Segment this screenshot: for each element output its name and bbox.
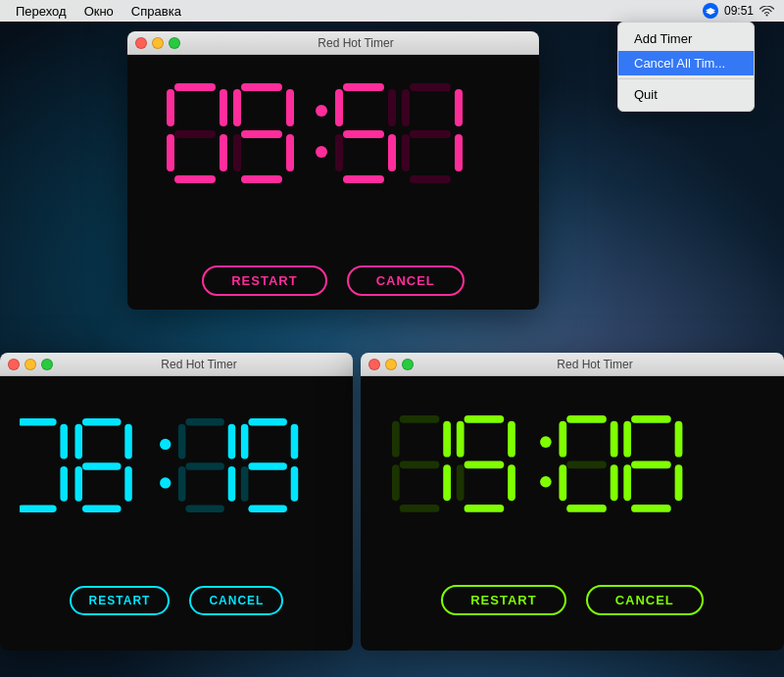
svg-rect-55 [178, 423, 186, 459]
svg-rect-84 [559, 464, 566, 501]
cyan-cancel-button[interactable]: CANCEL [189, 586, 283, 615]
svg-rect-43 [124, 466, 132, 502]
green-maximize-button[interactable] [402, 359, 414, 370]
svg-rect-26 [335, 89, 343, 126]
svg-rect-44 [82, 505, 122, 512]
svg-rect-85 [559, 421, 566, 458]
svg-rect-64 [400, 415, 440, 423]
svg-rect-29 [455, 89, 463, 126]
green-minimize-button[interactable] [385, 359, 397, 370]
svg-rect-28 [410, 83, 451, 91]
svg-rect-27 [343, 130, 384, 138]
svg-rect-7 [220, 89, 227, 126]
green-window-titlebar: Red Hot Timer [361, 353, 784, 376]
svg-rect-58 [291, 423, 299, 459]
svg-rect-62 [241, 423, 249, 459]
menubar-item-okno[interactable]: Окно [76, 2, 122, 21]
svg-rect-9 [174, 175, 216, 183]
svg-rect-46 [74, 423, 82, 459]
svg-rect-41 [82, 418, 122, 426]
svg-rect-67 [400, 505, 440, 512]
menubar: Переход Окно Справка 09:51 [0, 0, 784, 22]
svg-rect-66 [443, 464, 451, 501]
svg-rect-51 [228, 423, 236, 459]
main-timer-body: RESTART CANCEL [127, 55, 539, 310]
svg-rect-89 [675, 464, 683, 501]
svg-rect-76 [457, 421, 465, 458]
menubar-item-spravka[interactable]: Справка [123, 2, 189, 21]
svg-rect-45 [74, 466, 82, 502]
cyan-close-button[interactable] [8, 359, 20, 370]
svg-rect-17 [233, 89, 241, 126]
svg-rect-71 [465, 415, 505, 423]
svg-point-20 [316, 146, 327, 158]
main-clock-display [137, 52, 529, 258]
svg-rect-35 [20, 418, 57, 426]
svg-rect-83 [566, 505, 607, 512]
wifi-icon [760, 6, 774, 17]
green-close-button[interactable] [368, 359, 380, 370]
green-window-title: Red Hot Timer [414, 358, 776, 371]
svg-rect-87 [631, 415, 671, 423]
svg-point-49 [160, 477, 171, 488]
green-timer-body: RESTART CANCEL [361, 376, 784, 651]
dropdown-menu: Add Timer Cancel All Tim... Quit [617, 22, 755, 112]
svg-rect-23 [388, 134, 396, 171]
close-button[interactable] [135, 37, 147, 49]
svg-rect-57 [248, 418, 287, 426]
menubar-item-perekhod[interactable]: Переход [8, 2, 74, 21]
svg-point-79 [540, 476, 552, 488]
svg-rect-52 [228, 466, 236, 502]
green-clock-svg [386, 413, 759, 565]
svg-rect-30 [455, 134, 463, 171]
svg-rect-81 [611, 421, 618, 458]
svg-rect-70 [400, 460, 440, 468]
svg-rect-5 [174, 130, 216, 138]
svg-rect-31 [410, 175, 451, 183]
minimize-button[interactable] [152, 37, 164, 49]
svg-rect-47 [82, 462, 122, 470]
svg-rect-92 [623, 421, 631, 458]
cyan-window-titlebar: Red Hot Timer [0, 353, 353, 376]
menubar-time: 09:51 [724, 4, 754, 18]
svg-rect-73 [508, 464, 515, 501]
svg-rect-63 [248, 462, 287, 470]
cyan-minimize-button[interactable] [24, 359, 36, 370]
green-cancel-button[interactable]: CANCEL [586, 585, 704, 615]
svg-rect-42 [124, 423, 132, 459]
main-timer-window: Red Hot Timer [127, 31, 539, 310]
green-restart-button[interactable]: RESTART [441, 585, 565, 615]
svg-rect-69 [392, 421, 400, 458]
svg-rect-33 [402, 89, 410, 126]
svg-rect-36 [60, 423, 68, 459]
svg-rect-93 [631, 460, 671, 468]
dropdown-separator [618, 78, 754, 79]
cyan-maximize-button[interactable] [41, 359, 53, 370]
dropdown-item-quit[interactable]: Quit [618, 82, 754, 107]
svg-point-19 [316, 105, 327, 117]
main-restart-button[interactable]: RESTART [202, 266, 326, 296]
svg-rect-6 [174, 83, 216, 91]
dropbox-icon [703, 3, 718, 19]
svg-rect-74 [465, 505, 505, 512]
dropdown-item-cancel-all[interactable]: Cancel All Tim... [618, 51, 754, 75]
svg-rect-32 [402, 134, 410, 171]
maximize-button[interactable] [169, 37, 180, 49]
dropdown-item-add-timer[interactable]: Add Timer [618, 26, 754, 51]
svg-rect-11 [167, 89, 174, 126]
svg-rect-37 [60, 466, 68, 502]
svg-rect-88 [675, 421, 683, 458]
svg-rect-15 [241, 175, 282, 183]
svg-rect-21 [343, 83, 384, 91]
svg-rect-24 [343, 175, 384, 183]
svg-rect-68 [392, 464, 400, 501]
svg-rect-86 [566, 460, 607, 468]
cyan-restart-button[interactable]: RESTART [70, 586, 171, 615]
cyan-window-buttons [8, 359, 53, 370]
main-cancel-button[interactable]: CANCEL [347, 266, 465, 296]
green-timer-buttons: RESTART CANCEL [421, 577, 723, 633]
main-clock-svg [167, 81, 500, 238]
svg-rect-54 [178, 466, 186, 502]
svg-rect-80 [566, 415, 607, 423]
svg-rect-75 [457, 464, 465, 501]
